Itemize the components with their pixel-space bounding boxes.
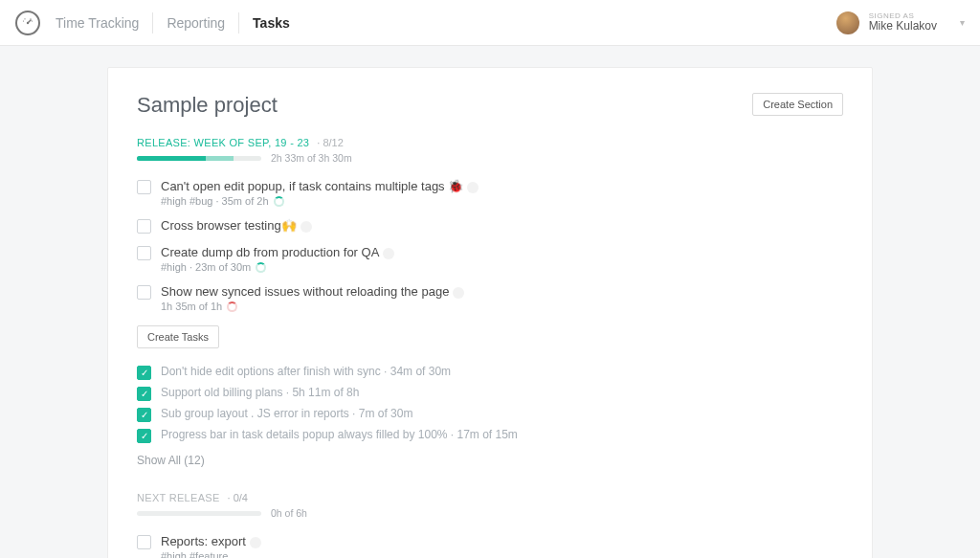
chevron-down-icon: ▾ bbox=[960, 17, 965, 28]
task-title: Show new synced issues without reloading… bbox=[161, 284, 449, 299]
task-checkbox[interactable]: ✓ bbox=[137, 366, 151, 380]
task-title: Sub group layout . JS error in reports ·… bbox=[161, 407, 412, 420]
progress-spinner-icon bbox=[256, 262, 266, 273]
main-nav: Time Tracking Reporting Tasks bbox=[56, 12, 290, 33]
svg-line-1 bbox=[28, 20, 31, 23]
section-progress-bar bbox=[137, 511, 261, 516]
section-next-release: NEXT RELEASE · 0/4 0h of 6h Reports: exp… bbox=[137, 492, 843, 558]
section-time: 0h of 6h bbox=[271, 507, 307, 519]
completed-task-row[interactable]: ✓Don't hide edit options after finish wi… bbox=[137, 362, 843, 383]
task-title: Reports: export bbox=[161, 534, 246, 548]
gauge-icon bbox=[20, 15, 35, 31]
task-body: Can't open edit popup, if task contains … bbox=[161, 179, 843, 207]
nav-reporting[interactable]: Reporting bbox=[167, 15, 225, 31]
nav-separator bbox=[152, 12, 153, 33]
avatar bbox=[836, 11, 859, 34]
svg-point-2 bbox=[23, 20, 24, 21]
progress-spinner-icon bbox=[274, 196, 284, 207]
app-logo bbox=[15, 11, 40, 35]
completed-task-row[interactable]: ✓Support old billing plans · 5h 11m of 8… bbox=[137, 383, 843, 404]
task-title: Create dump db from production for QA bbox=[161, 245, 379, 259]
task-checkbox[interactable]: ✓ bbox=[137, 429, 151, 443]
task-body: Create dump db from production for QA#hi… bbox=[161, 245, 843, 273]
project-card: Sample project Create Section RELEASE: W… bbox=[107, 67, 873, 558]
task-checkbox[interactable] bbox=[137, 219, 151, 234]
user-name: Mike Kulakov bbox=[869, 20, 937, 33]
task-meta: 1h 35m of 1h bbox=[161, 301, 843, 312]
task-title: Don't hide edit options after finish wit… bbox=[161, 365, 451, 378]
section-count: · 0/4 bbox=[228, 492, 248, 503]
task-title: Progress bar in task details popup alway… bbox=[161, 428, 518, 441]
svg-point-3 bbox=[24, 18, 25, 19]
task-checkbox[interactable] bbox=[137, 246, 151, 260]
show-all-link[interactable]: Show All (12) bbox=[137, 454, 843, 467]
task-row[interactable]: Can't open edit popup, if task contains … bbox=[137, 173, 843, 212]
task-meta: #high · 23m of 30m bbox=[161, 261, 843, 273]
task-checkbox[interactable] bbox=[137, 535, 151, 549]
completed-task-row[interactable]: ✓Progress bar in task details popup alwa… bbox=[137, 425, 843, 446]
section-label: NEXT RELEASE bbox=[137, 492, 220, 503]
task-trail-dot bbox=[453, 287, 464, 299]
task-list: Can't open edit popup, if task contains … bbox=[137, 173, 843, 318]
task-list: Reports: export#high #featureReports: hi… bbox=[137, 528, 843, 558]
svg-point-4 bbox=[30, 18, 31, 19]
task-checkbox[interactable] bbox=[137, 285, 151, 300]
task-body: Show new synced issues without reloading… bbox=[161, 284, 843, 312]
task-row[interactable]: Create dump db from production for QA#hi… bbox=[137, 239, 843, 279]
section-release: RELEASE: WEEK OF SEP, 19 - 23 · 8/12 2h … bbox=[137, 137, 843, 467]
task-trail-dot bbox=[250, 537, 261, 548]
completed-task-row[interactable]: ✓Sub group layout . JS error in reports … bbox=[137, 404, 843, 425]
progress-spinner-icon bbox=[227, 301, 237, 312]
nav-separator bbox=[238, 12, 239, 33]
task-row[interactable]: Cross browser testing🙌 bbox=[137, 212, 843, 239]
nav-time-tracking[interactable]: Time Tracking bbox=[56, 15, 139, 31]
task-trail-dot bbox=[301, 221, 312, 233]
task-trail-dot bbox=[467, 182, 479, 193]
progress-done bbox=[137, 156, 206, 161]
task-body: Cross browser testing🙌 bbox=[161, 218, 843, 233]
task-row[interactable]: Show new synced issues without reloading… bbox=[137, 279, 843, 318]
task-title: Support old billing plans · 5h 11m of 8h bbox=[161, 386, 359, 399]
section-progress-bar bbox=[137, 156, 261, 161]
create-tasks-button[interactable]: Create Tasks bbox=[137, 325, 219, 348]
nav-tasks[interactable]: Tasks bbox=[253, 15, 290, 31]
user-info: SIGNED AS Mike Kulakov bbox=[869, 12, 937, 33]
task-meta: #high #feature bbox=[161, 550, 843, 558]
project-title: Sample project bbox=[137, 93, 278, 118]
task-title: Cross browser testing🙌 bbox=[161, 218, 297, 233]
svg-point-5 bbox=[32, 20, 33, 21]
task-meta: #high #bug · 35m of 2h bbox=[161, 195, 843, 207]
create-section-button[interactable]: Create Section bbox=[752, 93, 843, 116]
section-time: 2h 33m of 3h 30m bbox=[271, 152, 352, 164]
completed-list: ✓Don't hide edit options after finish wi… bbox=[137, 362, 843, 446]
task-checkbox[interactable]: ✓ bbox=[137, 387, 151, 401]
section-label: RELEASE: WEEK OF SEP, 19 - 23 bbox=[137, 137, 309, 148]
task-trail-dot bbox=[383, 248, 394, 259]
app-header: Time Tracking Reporting Tasks SIGNED AS … bbox=[0, 0, 980, 46]
user-menu[interactable]: SIGNED AS Mike Kulakov ▾ bbox=[836, 11, 965, 34]
section-count: · 8/12 bbox=[317, 137, 344, 148]
task-row[interactable]: Reports: export#high #feature bbox=[137, 528, 843, 558]
task-title: Can't open edit popup, if task contains … bbox=[161, 179, 463, 193]
task-checkbox[interactable]: ✓ bbox=[137, 408, 151, 422]
task-checkbox[interactable] bbox=[137, 180, 151, 194]
task-body: Reports: export#high #feature bbox=[161, 534, 843, 558]
